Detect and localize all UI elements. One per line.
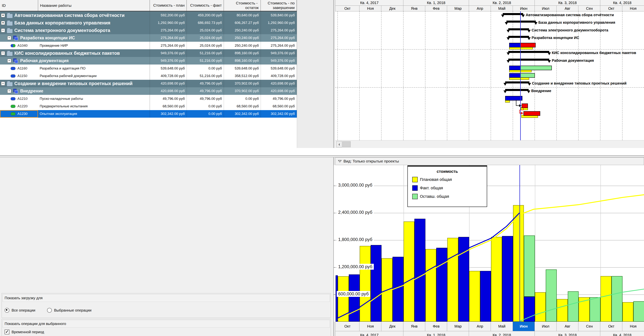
options-panel: Показать загрузку для Все операции Выбра…: [0, 157, 334, 336]
activity-name: Разработка и адаптация ПО: [38, 65, 150, 72]
month-cell[interactable]: Окт: [600, 322, 622, 331]
collapse-icon[interactable]: −: [1, 51, 5, 55]
table-row-group[interactable]: −Система электронного документооборота27…: [0, 27, 297, 35]
month-cell: Окт: [335, 6, 360, 12]
time-period-checkbox[interactable]: [4, 329, 9, 334]
month-cell: Май: [490, 6, 513, 12]
scroll-thumb[interactable]: [342, 141, 351, 147]
table-row-group[interactable]: −Внедрение420,698.00 руб49,796.00 руб370…: [0, 87, 297, 95]
cost-fact: 49,796.00 руб: [187, 87, 224, 95]
legend-swatch: [412, 194, 418, 199]
month-cell[interactable]: Май: [490, 322, 513, 331]
cost-plan: 420,698.00 руб: [150, 80, 187, 87]
quarter-cell: Кв. 2, 2018: [469, 0, 535, 6]
table-row-group[interactable]: +Автоматизированная система сбора отчётн…: [0, 12, 297, 19]
cost-remain: 539,648.00 руб: [224, 65, 261, 72]
cost-fact: 686,692.73 руб: [187, 19, 224, 27]
view-options-bar[interactable]: Вид: Только открытые проекты: [335, 157, 644, 165]
month-cell[interactable]: Ноя: [359, 322, 382, 331]
expand-icon[interactable]: +: [1, 21, 5, 25]
month-cell: Авг: [556, 6, 578, 12]
quarter-cell: Кв. 3, 2018: [534, 331, 601, 336]
wbs-icon: [13, 89, 18, 93]
cost-fact: 25,024.00 руб: [187, 42, 224, 49]
collapse-icon[interactable]: −: [1, 82, 5, 86]
y-axis-label: 600,000.00 руб: [337, 291, 370, 297]
month-cell[interactable]: Июл: [534, 322, 557, 331]
group-name: Создание и внедрение типовых проетных ре…: [14, 81, 132, 86]
activity-id: A1150: [18, 74, 27, 78]
gantt-chart: Автоматизированная система сбора отчётно…: [335, 12, 644, 140]
activity-name: Разработка рабочей документации: [38, 72, 150, 80]
cost-remain: 898,160.00 руб: [224, 57, 261, 65]
month-cell: Июн: [513, 6, 535, 12]
column-header[interactable]: Стоимость - остаток: [224, 0, 261, 11]
collapse-icon[interactable]: −: [7, 59, 11, 63]
table-row-activity[interactable]: A1220Предварительные испытания68,560.00 …: [0, 102, 297, 110]
cost-plan: 949,376.00 руб: [150, 57, 187, 65]
month-cell: Июл: [534, 6, 557, 12]
month-cell[interactable]: Авг: [556, 322, 578, 331]
month-cell[interactable]: Ноя: [622, 322, 644, 331]
month-cell-highlighted[interactable]: Июн: [513, 322, 535, 331]
radio-selected-operations[interactable]: [47, 308, 52, 313]
column-header[interactable]: Стоимость - позавершении: [261, 0, 297, 11]
column-header[interactable]: ID: [0, 0, 38, 11]
cost-plan: 409,728.00 руб: [150, 72, 187, 80]
scroll-left-button[interactable]: ‹: [336, 141, 342, 147]
table-row-activity[interactable]: A1150Разработка рабочей документации409,…: [0, 72, 297, 80]
table-row-group[interactable]: −Разработка концепции ИС275,264.00 руб25…: [0, 34, 297, 42]
cost-at_completion: 275,264.00 руб: [261, 42, 297, 49]
table-row-activity[interactable]: A1160Разработка и адаптация ПО539,648.00…: [0, 65, 297, 72]
table-row-activity[interactable]: A1040Проведение НИР275,264.00 руб25,024.…: [0, 42, 297, 50]
cost-remain: 358,512.00 руб: [224, 72, 261, 80]
month-cell[interactable]: Мар: [447, 322, 469, 331]
radio-selected-operations-label: Выбранные операции: [54, 308, 92, 312]
month-cell[interactable]: Окт: [335, 322, 360, 331]
data-date-line: [520, 12, 521, 140]
table-row-group[interactable]: −КИС консолидированных бюджетных пакетов…: [0, 49, 297, 57]
table-row-group[interactable]: −Рабочая документация949,376.00 руб51,21…: [0, 57, 297, 65]
cost-fact: 25,024.00 руб: [187, 27, 224, 34]
group-name: База данных корпоративного управления: [14, 20, 110, 25]
panel-splitter-horizontal[interactable]: [0, 148, 644, 157]
cost-at_completion: 1,292,960.00 руб: [261, 19, 297, 27]
cost-at_completion: 539,648.00 руб: [261, 65, 297, 72]
month-cell[interactable]: Фев: [425, 322, 447, 331]
column-header[interactable]: Стоимость - факт: [187, 0, 224, 11]
collapse-icon[interactable]: −: [7, 36, 11, 40]
cost-at_completion: 275,264.00 руб: [261, 34, 297, 42]
table-right-gutter: [297, 0, 334, 148]
group-name: Рабочая документация: [20, 58, 69, 63]
project-folder-icon: [6, 52, 13, 56]
column-header[interactable]: Название работы: [38, 0, 150, 11]
y-axis-label: 2,400,000.00 руб: [337, 209, 374, 215]
month-cell[interactable]: Сен: [578, 322, 600, 331]
cost-plan: 302,342.00 руб: [150, 110, 187, 118]
month-cell[interactable]: Дек: [381, 322, 403, 331]
table-row-activity[interactable]: A1210Пуско-наладочные работы49,796.00 ру…: [0, 95, 297, 103]
table-row-group[interactable]: +База данных корпоративного управления1,…: [0, 19, 297, 27]
quarter-cell: Кв. 1, 2018: [403, 331, 469, 336]
panel-splitter-vertical-top[interactable]: [334, 0, 335, 148]
radio-all-operations[interactable]: [4, 308, 9, 313]
relationship-links: [335, 12, 644, 140]
month-cell[interactable]: Янв: [403, 322, 426, 331]
y-axis-label: 1,800,000.00 руб: [337, 237, 374, 242]
cost-remain: 370,902.00 руб: [224, 87, 261, 95]
activity-name: Предварительные испытания: [38, 102, 150, 110]
column-header[interactable]: Стоимость - план: [150, 0, 187, 11]
collapse-icon[interactable]: −: [1, 29, 5, 32]
legend-item: Плановая общая: [412, 177, 487, 182]
activity-type-icon: [11, 112, 16, 115]
month-cell[interactable]: Апр: [469, 322, 491, 331]
activity-name: Опытная эксплуатация: [38, 110, 150, 118]
gantt-horizontal-scrollbar[interactable]: ‹: [335, 140, 644, 148]
table-header: IDНазвание работыСтоимость - планСтоимос…: [0, 0, 335, 12]
cost-plan: 275,264.00 руб: [150, 34, 187, 42]
table-row-activity[interactable]: A1230Опытная эксплуатация302,342.00 руб0…: [0, 110, 297, 118]
expand-icon[interactable]: +: [1, 14, 5, 17]
collapse-icon[interactable]: −: [7, 89, 11, 93]
table-row-group[interactable]: −Создание и внедрение типовых проетных р…: [0, 80, 297, 88]
activity-type-icon: [11, 44, 16, 47]
